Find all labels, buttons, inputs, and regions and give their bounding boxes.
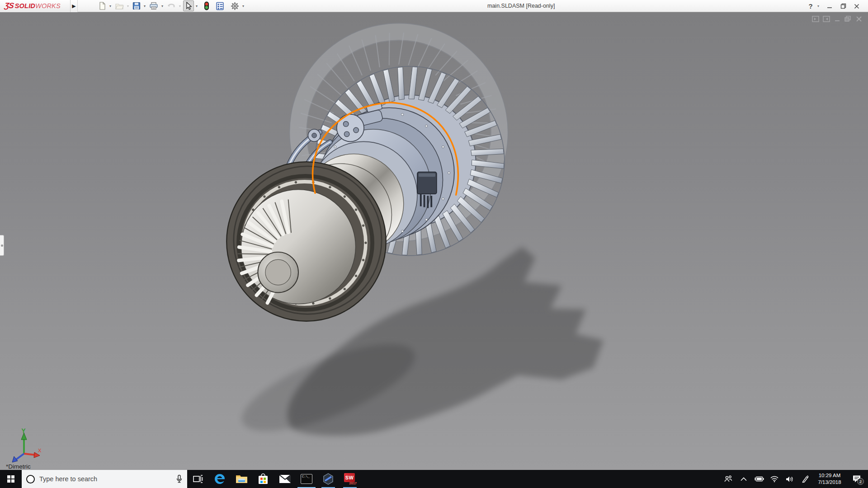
taskbar-app-store[interactable] [252,470,274,488]
new-document-icon [98,2,106,10]
select-caret[interactable]: ▾ [196,4,198,8]
task-view-button[interactable] [187,470,209,488]
solidworks-logo: ƷS SOLID WORKS [0,0,71,12]
orientation-triad: Y X [6,427,42,464]
volume-icon[interactable] [783,470,797,488]
cortana-icon [26,475,35,483]
windows-taskbar: C:\_ SW 2017 [0,470,868,488]
close-button[interactable] [850,0,863,12]
print-icon [149,2,158,10]
select-tool-button[interactable] [183,0,194,11]
document-title: main.SLDASM [Read-only] [487,0,555,12]
battery-icon[interactable] [752,470,766,488]
clock-date: 7/13/2018 [815,479,844,486]
print-button[interactable] [148,0,160,11]
open-caret[interactable]: ▾ [127,4,129,8]
options-gear-icon [231,2,239,10]
panel-flyout-tab[interactable] [0,235,4,256]
mail-icon [279,474,291,483]
engine-model [0,12,868,470]
restore-button[interactable] [836,0,850,12]
hexagon-tool-icon [322,473,335,485]
taskbar-app-solidworks[interactable]: SW 2017 [339,470,361,488]
pane-right-button[interactable] [822,15,830,22]
new-document-button[interactable] [97,0,108,11]
title-bar: ƷS SOLID WORKS ▶ ▾ ▾ ▾ [0,0,868,12]
people-icon[interactable] [722,470,735,488]
action-center-button[interactable]: 2 [847,470,866,488]
windows-logo-icon [7,475,14,483]
select-cursor-icon [184,2,193,10]
save-button[interactable] [131,0,142,11]
taskbar-app-edge[interactable] [209,470,231,488]
menu-flyout-arrow[interactable]: ▶ [71,0,78,12]
restore-icon [840,3,846,9]
file-explorer-icon [236,474,248,484]
undo-caret[interactable]: ▾ [179,4,181,8]
taskbar-app-file-explorer[interactable] [231,470,252,488]
help-caret[interactable]: ▾ [817,4,823,8]
solidworks-2017-icon: SW 2017 [344,473,356,485]
taskbar-search[interactable] [22,470,187,488]
new-caret[interactable]: ▾ [109,4,111,8]
triad-x-label: X [38,448,42,453]
options-caret[interactable]: ▾ [242,4,244,8]
command-prompt-icon: C:\_ [301,474,312,484]
brand-name-bold: SOLID [15,2,35,9]
nozzle [226,162,386,321]
edge-icon [214,473,226,485]
rebuild-stoplight-icon [204,1,209,10]
minimize-icon [827,4,832,9]
clock-time: 10:29 AM [815,472,844,479]
taskbar-app-hexagon-tool[interactable] [317,470,339,488]
taskbar-app-command-prompt[interactable]: C:\_ [296,470,317,488]
graphics-viewport[interactable]: Y X *Dimetric [0,12,868,470]
view-orientation-label: *Dimetric [6,463,31,470]
start-button[interactable] [0,470,22,488]
brand-name-light: WORKS [35,2,61,9]
print-caret[interactable]: ▾ [161,4,163,8]
search-input[interactable] [39,475,171,483]
taskbar-clock[interactable]: 10:29 AM 7/13/2018 [814,472,845,486]
save-caret[interactable]: ▾ [144,4,146,8]
triad-y-label: Y [22,428,25,434]
tray-chevron-up-icon[interactable] [737,470,750,488]
undo-icon [167,2,176,10]
doc-minimize-button[interactable] [833,15,841,22]
system-tray: 10:29 AM 7/13/2018 2 [722,470,868,488]
file-properties-button[interactable] [214,0,226,11]
rebuild-button[interactable] [203,0,211,11]
taskbar-app-mail[interactable] [274,470,296,488]
help-button[interactable]: ? [804,0,817,12]
minimize-button[interactable] [823,0,836,12]
open-folder-icon [115,2,124,10]
close-icon [854,4,859,9]
document-window-controls [811,15,863,22]
store-icon [258,473,269,485]
open-button[interactable] [113,0,125,11]
pane-left-button[interactable] [811,15,819,22]
wifi-icon[interactable] [768,470,781,488]
task-view-icon [193,474,203,483]
windows-ink-icon[interactable] [798,470,812,488]
file-properties-icon [216,2,224,10]
options-button[interactable] [229,0,241,11]
quick-access-toolbar: ▾ ▾ ▾ ▾ [97,0,245,11]
window-controls: ? ▾ [804,0,863,12]
panel-flyout-dot [1,244,3,247]
save-floppy-icon [132,2,141,10]
doc-restore-button[interactable] [844,15,852,22]
brand-mark: ƷS [4,1,14,10]
microphone-icon[interactable] [176,474,183,483]
undo-button[interactable] [165,0,177,11]
notification-badge: 2 [857,478,864,485]
doc-close-button[interactable] [855,15,863,22]
